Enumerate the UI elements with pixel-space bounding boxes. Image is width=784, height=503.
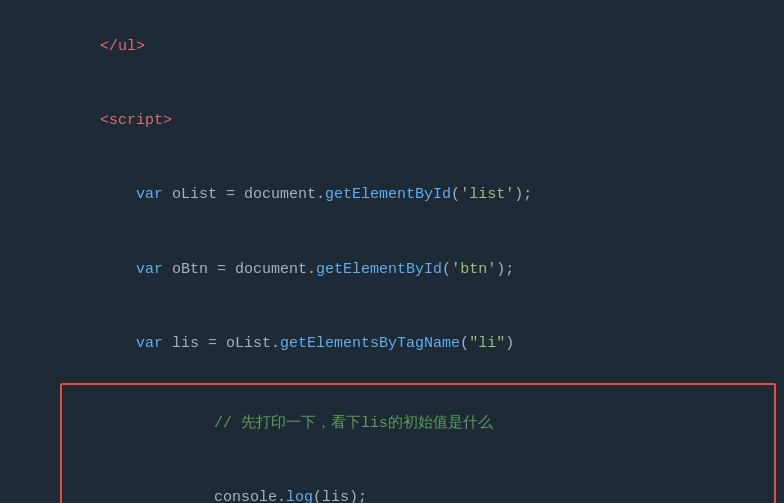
code-line: console.log(lis); <box>66 462 770 504</box>
highlight-box-1: // 先打印一下，看下lis的初始值是什么 console.log(lis); <box>60 383 776 503</box>
code-line: var oList = document.getElementById('lis… <box>0 159 784 233</box>
line-content: </ul> <box>10 10 774 84</box>
line-content: <script> <box>10 84 774 158</box>
line-content: var oBtn = document.getElementById('btn'… <box>10 233 774 307</box>
line-content: // 先打印一下，看下lis的初始值是什么 <box>70 387 766 461</box>
code-line: var oBtn = document.getElementById('btn'… <box>0 233 784 307</box>
code-line: // 先打印一下，看下lis的初始值是什么 <box>66 387 770 461</box>
code-line: var lis = oList.getElementsByTagName("li… <box>0 307 784 381</box>
code-editor: </ul> <script> var oList = document.getE… <box>0 0 784 503</box>
line-content: var oList = document.getElementById('lis… <box>10 159 774 233</box>
code-line: <script> <box>0 84 784 158</box>
line-content: var lis = oList.getElementsByTagName("li… <box>10 307 774 381</box>
code-line: </ul> <box>0 10 784 84</box>
line-content: console.log(lis); <box>70 462 766 504</box>
